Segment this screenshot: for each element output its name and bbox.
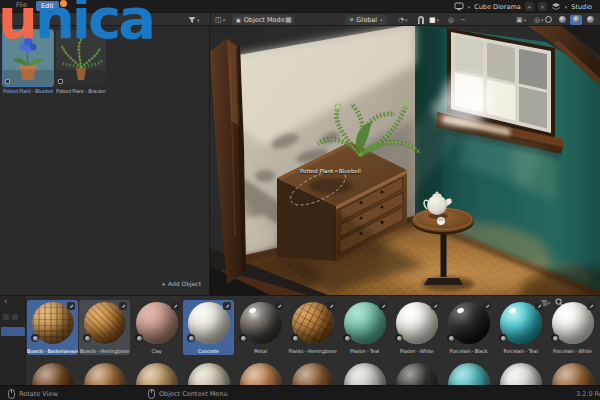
material-preview-sphere bbox=[188, 363, 230, 385]
material-asset-shelf: ‹ ▥▾ Boards - Basketweave Boards - Herri… bbox=[0, 295, 600, 385]
material-tile-partial[interactable] bbox=[443, 363, 494, 385]
view-layer-caret[interactable]: ▾ bbox=[565, 4, 568, 10]
material-tile-partial[interactable] bbox=[287, 363, 338, 385]
topbar: File Edit ▾ Cube Diorama + × ▾ Studio bbox=[0, 0, 600, 13]
material-badge-icon bbox=[499, 334, 507, 342]
material-tile[interactable]: Boards - Herringbone bbox=[79, 300, 130, 355]
shading-solid-button[interactable] bbox=[556, 15, 568, 25]
gizmo-toggle-icon[interactable]: ▣▾ bbox=[516, 15, 526, 25]
delete-scene-button[interactable]: × bbox=[538, 2, 547, 11]
asset-potted-plant-bluebell[interactable]: Potted Plant - Bluebell bbox=[3, 30, 53, 94]
material-tile-partial[interactable] bbox=[79, 363, 130, 385]
blender-window: File Edit ▾ Cube Diorama + × ▾ Studio ▾ … bbox=[0, 0, 600, 400]
edit-badge-icon[interactable] bbox=[275, 302, 283, 310]
material-tile-partial[interactable] bbox=[131, 363, 182, 385]
material-tile[interactable]: Concrete bbox=[183, 300, 234, 355]
snap-target-icon[interactable]: ■▾ bbox=[429, 15, 439, 25]
falloff-icon[interactable]: ~ bbox=[460, 15, 466, 25]
material-badge-icon bbox=[551, 334, 559, 342]
material-badge-icon bbox=[135, 334, 143, 342]
material-label: Boards - Herringbone bbox=[79, 348, 130, 355]
edit-badge-icon[interactable] bbox=[171, 302, 179, 310]
filter-funnel-icon[interactable]: ▾ bbox=[188, 15, 200, 25]
material-tile-partial[interactable] bbox=[547, 363, 598, 385]
asset-thumbnail bbox=[3, 30, 53, 86]
material-tile-partial[interactable] bbox=[27, 363, 78, 385]
material-label: Porcelain - Teal bbox=[495, 348, 546, 355]
material-label: Porcelain - Black bbox=[443, 348, 494, 355]
asset-type-badge-icon bbox=[5, 79, 10, 84]
asset-label: Potted Plant - Bluebell bbox=[3, 88, 53, 94]
proportional-edit-icon[interactable]: ◎ bbox=[448, 15, 454, 25]
snap-magnet-icon[interactable] bbox=[417, 15, 425, 25]
edit-badge-icon[interactable] bbox=[223, 302, 231, 310]
material-preview-sphere bbox=[552, 363, 594, 385]
material-tile[interactable]: Porcelain - White bbox=[547, 300, 598, 355]
scene-canvas[interactable] bbox=[210, 26, 600, 295]
mode-options-icon[interactable]: ▦ bbox=[285, 15, 292, 25]
edit-badge-icon[interactable] bbox=[431, 302, 439, 310]
material-tile[interactable]: Plaster - White bbox=[391, 300, 442, 355]
drag-tooltip: Potted Plant - Bluebell bbox=[300, 168, 361, 174]
viewport-3d[interactable]: Potted Plant - Bluebell bbox=[210, 26, 600, 295]
status-context-hint: Object Context Menu bbox=[148, 389, 228, 399]
material-label: Concrete bbox=[183, 348, 234, 355]
material-tile[interactable]: Porcelain - Teal bbox=[495, 300, 546, 355]
menu-edit-active[interactable]: Edit bbox=[36, 1, 59, 11]
new-scene-button[interactable]: + bbox=[525, 2, 534, 11]
material-label: Porcelain - White bbox=[547, 348, 598, 355]
edit-badge-icon[interactable] bbox=[67, 302, 75, 310]
material-badge-icon bbox=[343, 334, 351, 342]
scene-dropdown-caret[interactable]: ▾ bbox=[468, 4, 471, 10]
material-tile-partial[interactable] bbox=[339, 363, 390, 385]
edit-badge-icon[interactable] bbox=[587, 302, 595, 310]
material-preview-sphere bbox=[448, 363, 490, 385]
drag-hint-text: + Add Object bbox=[161, 280, 201, 287]
material-tile[interactable]: Clay bbox=[131, 300, 182, 355]
material-tiles-row: Boards - Basketweave Boards - Herringbon… bbox=[27, 300, 599, 355]
menu-file[interactable]: File bbox=[16, 1, 27, 9]
asset-thumbnail bbox=[56, 30, 106, 86]
material-label: Plaster - White bbox=[391, 348, 442, 355]
material-tile-partial[interactable] bbox=[495, 363, 546, 385]
edit-badge-icon[interactable] bbox=[119, 302, 127, 310]
asset-potted-plant-bracken[interactable]: Potted Plant - Bracken bbox=[56, 30, 106, 94]
status-bar: Rotate View Object Context Menu 3.2.0 Re bbox=[0, 385, 600, 400]
material-tile-partial[interactable] bbox=[235, 363, 286, 385]
edit-badge-icon[interactable] bbox=[327, 302, 335, 310]
shading-rendered-button[interactable] bbox=[584, 15, 596, 25]
material-badge-icon bbox=[31, 334, 39, 342]
material-tile[interactable]: Boards - Basketweave bbox=[27, 300, 78, 355]
catalog-mini-icons bbox=[3, 314, 18, 320]
orientation-icon: ⦻ bbox=[350, 16, 353, 23]
material-label: Clay bbox=[131, 348, 182, 355]
edit-badge-icon[interactable] bbox=[379, 302, 387, 310]
material-tile[interactable]: Metal bbox=[235, 300, 286, 355]
material-tile-partial[interactable] bbox=[183, 363, 234, 385]
material-tile[interactable]: Plaster - Teal bbox=[339, 300, 390, 355]
shading-wireframe-button[interactable] bbox=[542, 15, 554, 25]
material-label: Plaster - Teal bbox=[339, 348, 390, 355]
material-preview-sphere bbox=[136, 363, 178, 385]
material-preview-sphere bbox=[84, 363, 126, 385]
material-label: Metal bbox=[235, 348, 286, 355]
asset-type-badge-icon bbox=[58, 79, 63, 84]
editor-type-icon[interactable]: ◫▾ bbox=[215, 15, 225, 25]
edit-badge-icon[interactable] bbox=[483, 302, 491, 310]
asset-label: Potted Plant - Bracken bbox=[56, 88, 106, 94]
edit-badge-icon[interactable] bbox=[535, 302, 543, 310]
shading-material-button[interactable] bbox=[570, 15, 582, 25]
catalog-selected-row[interactable] bbox=[1, 327, 25, 336]
material-preview-sphere bbox=[292, 363, 334, 385]
material-badge-icon bbox=[83, 334, 91, 342]
view-layer-name[interactable]: Studio bbox=[571, 3, 592, 11]
material-tile[interactable]: Porcelain - Black bbox=[443, 300, 494, 355]
scene-name[interactable]: Cube Diorama bbox=[474, 3, 521, 11]
pivot-point-icon[interactable]: ◔▾ bbox=[398, 15, 408, 25]
catalog-sidebar[interactable]: ‹ bbox=[0, 296, 26, 385]
material-tile[interactable]: Planks - Herringbone bbox=[287, 300, 338, 355]
orientation-dropdown[interactable]: ⦻ Global ▾ bbox=[346, 15, 387, 25]
collapse-arrow-icon[interactable]: ‹ bbox=[4, 297, 7, 306]
status-rotate-hint: Rotate View bbox=[8, 389, 58, 399]
material-tile-partial[interactable] bbox=[391, 363, 442, 385]
